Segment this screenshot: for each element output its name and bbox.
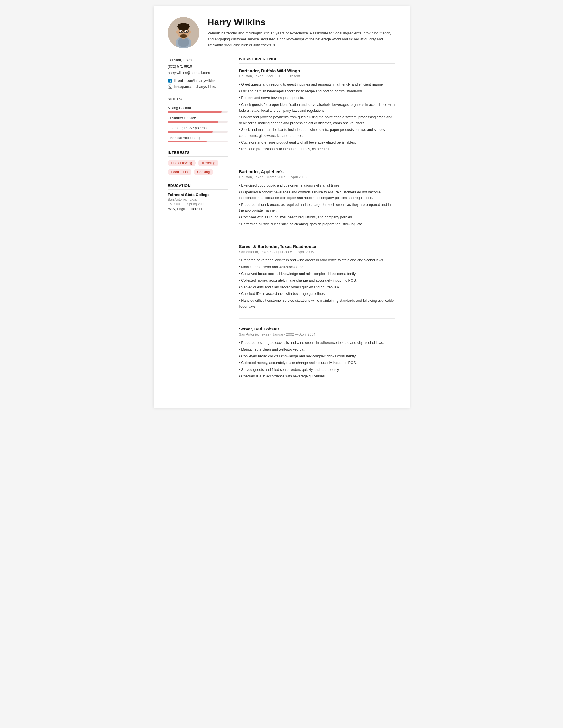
contact-location: Houston, Texas [168, 57, 227, 63]
interest-tag: Food Tours [168, 169, 192, 175]
sidebar: Houston, Texas (832) 571-9910 harry.wilk… [168, 57, 227, 396]
job-bullet: Prepared beverages, cocktails and wine o… [239, 257, 396, 263]
contact-email: harry.wilkins@hotmail.com [168, 70, 227, 76]
job-bullet: Maintained a clean and well-stocked bar. [239, 264, 396, 270]
job-bullet: Prepared all drink orders as required an… [239, 202, 396, 214]
job-bullet: Collect and process payments from guests… [239, 114, 396, 126]
linkedin-link[interactable]: in linkedin.com/in/harrywilkins [168, 78, 227, 83]
skill-bar-bg [168, 131, 227, 133]
instagram-url: instagram.com/harrysdrinks [174, 85, 216, 89]
job-meta: Houston, Texas • April 2015 — Present [239, 74, 396, 78]
header-info: Harry Wilkins Veteran bartender and mixo… [208, 17, 396, 48]
job-title: Server & Bartender, Texas Roadhouse [239, 244, 396, 249]
edu-location: San Antonio, Texas [168, 198, 227, 202]
edu-dates: Fall 2001 — Spring 2005 [168, 202, 227, 206]
skill-item: Customer Service [168, 116, 227, 123]
skill-bar-bg [168, 111, 227, 113]
skill-label: Mixing Cocktails [168, 106, 227, 110]
skill-item: Operating POS Systems [168, 126, 227, 133]
job-bullet: Dispensed alcoholic beverages and contro… [239, 189, 396, 201]
skill-bar-fill [168, 121, 219, 123]
svg-point-11 [181, 31, 182, 32]
skills-section: SKILLS Mixing Cocktails Customer Service… [168, 97, 227, 142]
body-section: Houston, Texas (832) 571-9910 harry.wilk… [168, 57, 396, 396]
work-title: WORK EXPERIENCE [239, 57, 396, 64]
job-item: Server & Bartender, Texas Roadhouse San … [239, 244, 396, 319]
job-item: Bartender, Applebee's Houston, Texas • M… [239, 169, 396, 236]
job-bullet: Checked IDs in accordance with beverage … [239, 291, 396, 297]
job-title: Bartender, Buffalo Wild Wings [239, 68, 396, 73]
skill-bar-bg [168, 121, 227, 123]
skills-title: SKILLS [168, 97, 227, 103]
avatar [168, 17, 199, 48]
svg-point-16 [183, 33, 184, 34]
job-item: Server, Red Lobster San Antonio, Texas •… [239, 326, 396, 388]
interests-section: INTERESTS HomebrewingTravelingFood Tours… [168, 150, 227, 175]
job-bullet: Greet guests and respond to guest inquir… [239, 82, 396, 88]
candidate-name: Harry Wilkins [208, 17, 396, 28]
resume-container: Harry Wilkins Veteran bartender and mixo… [154, 6, 410, 408]
skill-label: Financial Accounting [168, 136, 227, 140]
job-bullet: Collected money, accurately make change … [239, 360, 396, 366]
job-bullet: Mix and garnish beverages according to r… [239, 88, 396, 94]
job-bullet: Performed all side duties such as cleani… [239, 221, 396, 227]
interest-tag: Traveling [198, 160, 219, 166]
job-bullet: Conveyed broad cocktail knowledge and mi… [239, 353, 396, 359]
interests-tags: HomebrewingTravelingFood ToursCooking [168, 160, 227, 175]
skill-bar-fill [168, 111, 221, 113]
job-bullet: Complied with all liquor laws, health re… [239, 214, 396, 220]
job-bullet: Stock and maintain the bar to include be… [239, 127, 396, 138]
job-bullet: Served guests and filled server orders q… [239, 284, 396, 290]
svg-point-18 [180, 34, 187, 38]
skill-item: Financial Accounting [168, 136, 227, 142]
skill-bar-fill [168, 141, 207, 142]
job-bullet: Conveyed broad cocktail knowledge and mi… [239, 271, 396, 277]
svg-point-8 [189, 31, 191, 34]
skills-list: Mixing Cocktails Customer Service Operat… [168, 106, 227, 142]
job-meta: San Antonio, Texas • August 2005 — April… [239, 250, 396, 254]
svg-point-23 [171, 85, 171, 86]
job-bullets: Prepared beverages, cocktails and wine o… [239, 257, 396, 309]
jobs-list: Bartender, Buffalo Wild Wings Houston, T… [239, 68, 396, 388]
candidate-summary: Veteran bartender and mixologist with 14… [208, 30, 396, 48]
interests-title: INTERESTS [168, 150, 227, 157]
contact-section: Houston, Texas (832) 571-9910 harry.wilk… [168, 57, 227, 89]
job-bullet: Present and serve beverages to guests. [239, 95, 396, 101]
job-bullets: Prepared beverages, cocktails and wine o… [239, 340, 396, 379]
instagram-icon [168, 84, 172, 89]
job-title: Bartender, Applebee's [239, 169, 396, 174]
edu-degree: AAS, English Literature [168, 207, 227, 211]
skill-item: Mixing Cocktails [168, 106, 227, 113]
instagram-link[interactable]: instagram.com/harrysdrinks [168, 84, 227, 89]
interest-tag: Homebrewing [168, 160, 196, 166]
job-bullet: Prepared beverages, cocktails and wine o… [239, 340, 396, 346]
skill-bar-bg [168, 141, 227, 142]
skill-label: Customer Service [168, 116, 227, 120]
svg-rect-21 [168, 85, 172, 88]
job-bullet: Served guests and filled server orders q… [239, 367, 396, 373]
svg-point-22 [169, 86, 171, 88]
job-bullet: Handled difficult customer service situa… [239, 298, 396, 309]
job-bullets: Greet guests and respond to guest inquir… [239, 82, 396, 152]
job-bullet: Collected money, accurately make change … [239, 278, 396, 284]
job-bullets: Exercised good public and customer relat… [239, 183, 396, 227]
job-bullet: Checked IDs in accordance with beverage … [239, 373, 396, 379]
education-title: EDUCATION [168, 183, 227, 190]
job-meta: San Antonio, Texas • January 2002 — Apri… [239, 332, 396, 336]
job-bullet: Check guests for proper identification a… [239, 102, 396, 113]
job-item: Bartender, Buffalo Wild Wings Houston, T… [239, 68, 396, 161]
job-meta: Houston, Texas • March 2007 — April 2015 [239, 175, 396, 179]
svg-point-12 [186, 31, 187, 32]
header-section: Harry Wilkins Veteran bartender and mixo… [168, 17, 396, 48]
education-section: EDUCATION Fairmont State College San Ant… [168, 183, 227, 211]
job-bullet: Maintained a clean and well-stocked bar. [239, 347, 396, 353]
svg-point-7 [176, 31, 178, 34]
edu-school: Fairmont State College [168, 193, 227, 197]
linkedin-url: linkedin.com/in/harrywilkins [174, 79, 215, 83]
svg-text:in: in [169, 80, 171, 82]
main-content: WORK EXPERIENCE Bartender, Buffalo Wild … [239, 57, 396, 396]
skill-bar-fill [168, 131, 213, 133]
linkedin-icon: in [168, 78, 172, 83]
job-title: Server, Red Lobster [239, 326, 396, 331]
job-bullet: Respond professionally to inebriated gue… [239, 146, 396, 152]
